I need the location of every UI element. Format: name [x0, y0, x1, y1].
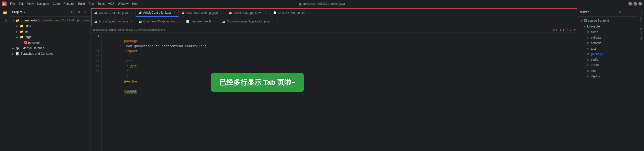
line-3: 3 — [90, 44, 101, 49]
tab-channelpomapper[interactable]: ☕ ChannelPOMapper.java × — [136, 17, 183, 26]
maven-add-btn[interactable]: + — [630, 9, 636, 15]
tab-coursefrontendapp-close[interactable]: × — [271, 20, 275, 23]
tab-courseserviceimpl-close[interactable]: × — [220, 11, 223, 15]
panel-dropdown-icon[interactable]: ▾ — [24, 11, 25, 13]
menu-navigate[interactable]: Navigate — [36, 2, 51, 6]
tab-row1-overflow[interactable]: ⋮ — [314, 9, 320, 17]
gear-icon-package: ⚙ — [587, 53, 589, 56]
maven-item-test[interactable]: ⚙ test — [578, 46, 638, 51]
maven-item-clean[interactable]: ⚙ clean — [578, 29, 638, 35]
code-author-value: 犬小哈 — [124, 90, 137, 94]
mybatis-strip[interactable]: Mybatis Sq — [639, 24, 644, 42]
tab-coursecontroller-close[interactable]: × — [129, 11, 133, 15]
maven-package-label: package — [591, 52, 603, 56]
line-18: 18 — [90, 69, 101, 74]
code-line-14 — [105, 49, 575, 54]
maven-item-install[interactable]: ⚙ install — [578, 63, 638, 68]
tab-coursecontroller-label: CourseController.java — [99, 11, 128, 15]
structure-panel-icon[interactable]: ⊞ — [1, 26, 9, 34]
panel-strip: 📁 ⎇ ⊞ — [0, 8, 10, 151]
tab-articlepomapper-icon: ☕ — [228, 11, 232, 15]
maven-verify-label: verify — [591, 58, 598, 62]
menu-tools[interactable]: Tools — [96, 2, 106, 6]
tree-item-src[interactable]: ▶ 📁 src — [10, 29, 90, 34]
error-count: 1 — [563, 28, 564, 31]
menu-vcs[interactable]: VCS — [107, 2, 116, 6]
maven-root[interactable]: ▼ 🅼 course-frontend — [578, 18, 638, 24]
maven-item-deploy[interactable]: ⚙ deploy — [578, 74, 638, 79]
menu-run[interactable]: Run — [87, 2, 96, 6]
database-strip[interactable]: Database — [639, 9, 644, 24]
panel-settings-button[interactable]: ⚙ — [83, 9, 88, 15]
maven-item-verify[interactable]: ⚙ verify — [578, 57, 638, 63]
maximize-button[interactable]: □ — [633, 2, 637, 6]
error-icon: ▲ — [559, 28, 562, 31]
expand-icon[interactable]: ▾ — [574, 28, 576, 32]
maven-root-icon: 🅼 — [584, 19, 587, 22]
close-button[interactable]: × — [638, 2, 642, 6]
maven-download-btn[interactable]: ↓ — [624, 9, 629, 15]
panel-collapse-button[interactable]: ≡ — [76, 9, 82, 15]
menu-build[interactable]: Build — [77, 2, 86, 6]
menu-refactor[interactable]: Refactor — [62, 2, 76, 6]
tree-item-target[interactable]: ▶ 📁 target — [10, 34, 90, 40]
maven-lifecycle-header[interactable]: ▼ Lifecycle — [578, 24, 638, 29]
tab-articlepomapperxml[interactable]: 📄 ArticlePOMapper.xml × — [270, 9, 314, 17]
tab-headerindexftl[interactable]: 📃 header-index.ftl × — [183, 17, 219, 26]
tab-articlepomapper-close[interactable]: × — [264, 11, 268, 15]
menu-file[interactable]: File — [9, 2, 16, 6]
check-indicator: ✓ 1 — [566, 28, 571, 31]
maven-refresh-btn[interactable]: ⟳ — [617, 9, 623, 15]
gear-icon-test: ⚙ — [587, 47, 589, 50]
minimize-button[interactable]: ─ — [628, 2, 632, 6]
maven-compile-label: compile — [591, 41, 601, 45]
tab-coursefrontendapp[interactable]: ☕ CourseFrontendApplication.java × — [219, 17, 278, 26]
maven-item-site[interactable]: ⚙ site — [578, 68, 638, 74]
tab-articlecontroller[interactable]: ☕ ArticleController.java × — [136, 9, 179, 17]
project-panel-icon[interactable]: 📁 — [1, 9, 9, 17]
menu-window[interactable]: Window — [116, 2, 130, 6]
tree-root[interactable]: ▼ 📁 quanxiaoha [course-frontend] D:\IDEA… — [10, 18, 90, 23]
tree-target-icon: 📁 — [20, 35, 24, 39]
tree-item-scratches[interactable]: ▶ 📝 Scratches and Consoles — [10, 51, 90, 56]
tree-extlibs-icon: 📚 — [16, 46, 20, 50]
panel-sync-button[interactable]: ⟳ — [70, 9, 75, 15]
code-javadoc-author-tag: * — [124, 75, 130, 78]
tree-scratches-arrow: ▶ — [12, 52, 16, 55]
tab-articletypeenum[interactable]: ☕ ArticleTypeEnum.java × — [91, 17, 136, 26]
tree-root-tag: [course-frontend] — [38, 19, 61, 22]
tab-coursecontroller[interactable]: ☕ CourseController.java × — [91, 9, 136, 17]
tab-articlepomapper[interactable]: ☕ ArticlePOMapper.java × — [226, 9, 270, 17]
tab-channelpomapper-close[interactable]: × — [177, 20, 180, 23]
tab-articlepomapperxml-close[interactable]: × — [308, 11, 311, 15]
tab-articlecontroller-close[interactable]: × — [172, 11, 176, 14]
tab-courseserviceimpl[interactable]: ☕ CourseServiceImpl.java × — [179, 9, 226, 17]
tab-row-2: ☕ ArticleTypeEnum.java × ☕ ChannelPOMapp… — [91, 17, 577, 26]
tab-headerindexftl-icon: 📃 — [186, 20, 189, 23]
maven-root-arrow: ▼ — [580, 19, 583, 22]
tree-pom-label: pom.xml — [28, 41, 39, 44]
tab-articlecontroller-label: ArticleController.java — [143, 11, 171, 14]
main-container: 📁 ⎇ ⊞ Project ▾ ⟳ ≡ ⚙ ▼ 📁 quanxiaoha [co… — [0, 8, 644, 151]
tree-item-idea[interactable]: ▶ 📁 .idea — [10, 23, 90, 29]
warning-count: 6 — [556, 28, 557, 31]
menu-edit[interactable]: Edit — [17, 2, 25, 6]
maven-item-package[interactable]: ⚙ package — [578, 51, 638, 57]
maven-item-validate[interactable]: ⚙ validate — [578, 35, 638, 40]
right-strip: Database Mybatis Sq — [638, 8, 644, 151]
tree-extlibs-arrow: ▶ — [12, 47, 16, 50]
tab-headerindexftl-close[interactable]: × — [213, 20, 217, 23]
tab-channelpomapper-label: ChannelPOMapper.java — [143, 20, 175, 23]
menu-help[interactable]: Help — [130, 2, 140, 6]
menu-code[interactable]: Code — [51, 2, 61, 6]
code-line-17: * — [105, 64, 575, 69]
tree-root-path: D:\IDEA\Projects\quanxiaoha — [62, 19, 90, 22]
menu-view[interactable]: View — [26, 2, 35, 6]
tree-item-extlibs[interactable]: ▶ 📚 External Libraries — [10, 45, 90, 51]
tree-item-pom[interactable]: ▶ 🅼 pom.xml — [10, 40, 90, 45]
commit-panel-icon[interactable]: ⎇ — [1, 17, 9, 25]
code-area[interactable]: package com.quanxiaoha.coursefrontend.co… — [102, 33, 578, 151]
maven-item-compile[interactable]: ⚙ compile — [578, 40, 638, 46]
tab-articlecontroller-icon: ☕ — [138, 11, 142, 14]
tab-articletypeenum-close[interactable]: × — [130, 20, 133, 23]
